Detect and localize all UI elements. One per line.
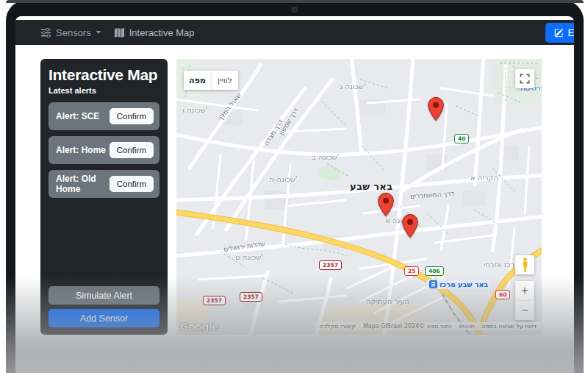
zoom-out-button[interactable]: − xyxy=(515,301,534,320)
alert-label: Alert: Old Home xyxy=(56,174,110,194)
map-type-satellite-button[interactable]: לוויין xyxy=(211,71,238,90)
map-type-map-button[interactable]: מפה xyxy=(184,71,211,90)
map-attribution: קיצורי מקלדת נתוני מפה ©2024 Mapa GISrae… xyxy=(315,322,542,330)
train-station-label[interactable]: באר שבע מרכז xyxy=(426,280,491,289)
fullscreen-icon xyxy=(520,74,530,84)
webcam-dot xyxy=(292,7,298,13)
pin-icon xyxy=(378,193,394,216)
nav-interactive-map-label: Interactive Map xyxy=(129,27,195,38)
map-marker-2[interactable] xyxy=(378,193,394,216)
latest-alerts-label: Latest alerts xyxy=(49,86,159,95)
map-roads-layer xyxy=(176,59,542,335)
nav-sensors-dropdown[interactable]: Sensors xyxy=(40,27,101,38)
map-data-text: נתוני מפה ©2024 Mapa GISrael xyxy=(363,323,452,330)
sidebar-spacer xyxy=(49,204,159,286)
zoom-control: + − xyxy=(515,281,534,320)
map-type-control: מפה לוויין xyxy=(184,71,238,90)
navbar-left: Sensors Interactive Map xyxy=(40,27,195,38)
pin-icon xyxy=(402,214,418,238)
alert-label: Alert: SCE xyxy=(56,111,99,121)
edit-button[interactable]: Edit xyxy=(545,23,574,43)
simulate-alert-button[interactable]: Simulate Alert xyxy=(49,286,159,305)
terms-link[interactable]: תנאים xyxy=(459,323,475,330)
alert-label: Alert: Home xyxy=(56,145,106,155)
train-icon xyxy=(429,280,437,288)
alert-card-home: Alert: Home Confirm xyxy=(49,136,159,164)
pin-icon xyxy=(428,97,444,121)
zoom-in-button[interactable]: + xyxy=(515,281,534,300)
add-sensor-button[interactable]: Add Sensor xyxy=(49,309,159,327)
keyboard-shortcuts-link[interactable]: קיצורי מקלדת xyxy=(320,323,356,330)
confirm-button[interactable]: Confirm xyxy=(110,142,154,158)
edit-button-label: Edit xyxy=(568,27,574,38)
map-marker-1[interactable] xyxy=(428,97,444,121)
navbar: Sensors Interactive Map Edit xyxy=(15,20,574,45)
nav-sensors-label: Sensors xyxy=(56,27,91,38)
pegman-button[interactable] xyxy=(515,255,534,274)
google-logo[interactable]: Google xyxy=(180,321,218,333)
map-canvas[interactable]: שכונה ו' שאול המלך דרך מצדה דרך שמשון שכ… xyxy=(176,59,542,335)
alert-card-old-home: Alert: Old Home Confirm xyxy=(49,170,159,198)
confirm-button[interactable]: Confirm xyxy=(110,108,154,124)
page-title: Interactive Map xyxy=(49,66,159,84)
caret-down-icon xyxy=(96,31,101,34)
report-error-link[interactable]: דיווח על שגיאה במפה xyxy=(481,323,537,330)
alert-card-sce: Alert: SCE Confirm xyxy=(49,102,159,130)
pegman-icon xyxy=(521,257,529,272)
confirm-button[interactable]: Confirm xyxy=(110,176,154,192)
train-station-name: באר שבע מרכז xyxy=(440,280,488,288)
laptop-frame: Sensors Interactive Map Edit xyxy=(6,0,584,373)
sliders-icon xyxy=(40,27,51,38)
nav-interactive-map-link[interactable]: Interactive Map xyxy=(114,27,195,38)
fullscreen-button[interactable] xyxy=(515,69,534,88)
map-icon xyxy=(114,27,125,38)
screen: Sensors Interactive Map Edit xyxy=(15,16,574,373)
edit-icon xyxy=(554,28,564,38)
map-marker-3[interactable] xyxy=(402,214,418,238)
sidebar: Interactive Map Latest alerts Alert: SCE… xyxy=(40,59,168,335)
